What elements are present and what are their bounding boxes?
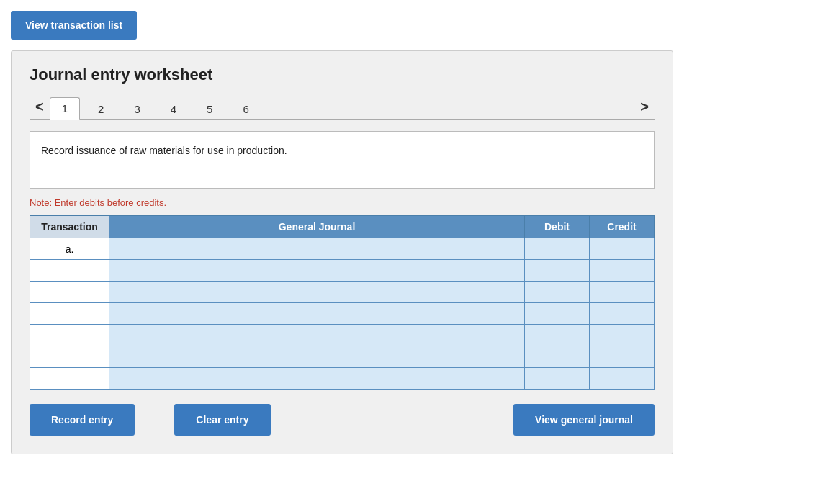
debit-input-cell-0[interactable] <box>525 238 590 260</box>
journal-input-cell-1[interactable] <box>109 260 525 282</box>
view-transaction-list-button[interactable]: View transaction list <box>11 11 137 40</box>
journal-input-4[interactable] <box>109 325 524 346</box>
credit-input-cell-5[interactable] <box>590 346 655 368</box>
description-box: Record issuance of raw materials for use… <box>30 131 655 189</box>
credit-input-3[interactable] <box>590 303 654 324</box>
credit-input-cell-0[interactable] <box>590 238 655 260</box>
debit-input-4[interactable] <box>525 325 589 346</box>
view-general-journal-button[interactable]: View general journal <box>513 404 655 436</box>
tab-1[interactable]: 1 <box>50 97 80 120</box>
journal-input-1[interactable] <box>109 260 524 281</box>
credit-input-cell-1[interactable] <box>590 260 655 282</box>
tab-3[interactable]: 3 <box>122 98 152 120</box>
clear-entry-button[interactable]: Clear entry <box>174 404 270 436</box>
debit-input-2[interactable] <box>525 282 589 302</box>
debit-input-cell-2[interactable] <box>525 282 590 303</box>
journal-input-cell-0[interactable] <box>109 238 525 260</box>
journal-table: Transaction General Journal Debit Credit… <box>30 215 655 390</box>
header-debit: Debit <box>525 216 590 238</box>
transaction-cell-0: a. <box>30 238 109 260</box>
journal-input-cell-6[interactable] <box>109 368 525 390</box>
credit-input-1[interactable] <box>590 260 654 281</box>
worksheet-container: Journal entry worksheet < 1 2 3 4 5 6 > … <box>11 50 673 454</box>
credit-input-cell-4[interactable] <box>590 325 655 346</box>
credit-input-6[interactable] <box>590 368 654 389</box>
credit-input-4[interactable] <box>590 325 654 346</box>
journal-input-cell-3[interactable] <box>109 303 525 325</box>
debit-input-cell-3[interactable] <box>525 303 590 325</box>
worksheet-title: Journal entry worksheet <box>30 66 655 84</box>
debit-input-5[interactable] <box>525 346 589 367</box>
transaction-cell-4 <box>30 325 109 346</box>
debit-input-cell-5[interactable] <box>525 346 590 368</box>
prev-tab-button[interactable]: < <box>30 95 50 119</box>
tab-4[interactable]: 4 <box>158 98 189 120</box>
journal-input-2[interactable] <box>109 282 524 302</box>
debit-input-6[interactable] <box>525 368 589 389</box>
debit-input-cell-1[interactable] <box>525 260 590 282</box>
tab-2[interactable]: 2 <box>86 98 116 120</box>
credit-input-cell-6[interactable] <box>590 368 655 390</box>
credit-input-5[interactable] <box>590 346 654 367</box>
transaction-cell-5 <box>30 346 109 368</box>
journal-input-cell-4[interactable] <box>109 325 525 346</box>
journal-input-cell-5[interactable] <box>109 346 525 368</box>
debit-input-1[interactable] <box>525 260 589 281</box>
header-transaction: Transaction <box>30 216 109 238</box>
journal-input-0[interactable] <box>109 238 524 259</box>
header-general-journal: General Journal <box>109 216 525 238</box>
journal-input-6[interactable] <box>109 368 524 389</box>
tabs-row: < 1 2 3 4 5 6 > <box>30 95 655 120</box>
credit-input-cell-2[interactable] <box>590 282 655 303</box>
journal-input-5[interactable] <box>109 346 524 367</box>
credit-input-0[interactable] <box>590 238 654 259</box>
debit-input-cell-4[interactable] <box>525 325 590 346</box>
tab-6[interactable]: 6 <box>230 98 261 120</box>
credit-input-cell-3[interactable] <box>590 303 655 325</box>
debit-input-0[interactable] <box>525 238 589 259</box>
transaction-cell-6 <box>30 368 109 390</box>
tab-5[interactable]: 5 <box>194 98 225 120</box>
next-tab-button[interactable]: > <box>634 95 655 119</box>
buttons-row: Record entry Clear entry View general jo… <box>30 404 655 436</box>
debit-input-3[interactable] <box>525 303 589 324</box>
transaction-cell-2 <box>30 282 109 303</box>
credit-input-2[interactable] <box>590 282 654 302</box>
debit-input-cell-6[interactable] <box>525 368 590 390</box>
journal-input-3[interactable] <box>109 303 524 324</box>
transaction-cell-3 <box>30 303 109 325</box>
record-entry-button[interactable]: Record entry <box>30 404 135 436</box>
note-text: Note: Enter debits before credits. <box>30 197 655 208</box>
journal-input-cell-2[interactable] <box>109 282 525 303</box>
header-credit: Credit <box>590 216 655 238</box>
transaction-cell-1 <box>30 260 109 282</box>
